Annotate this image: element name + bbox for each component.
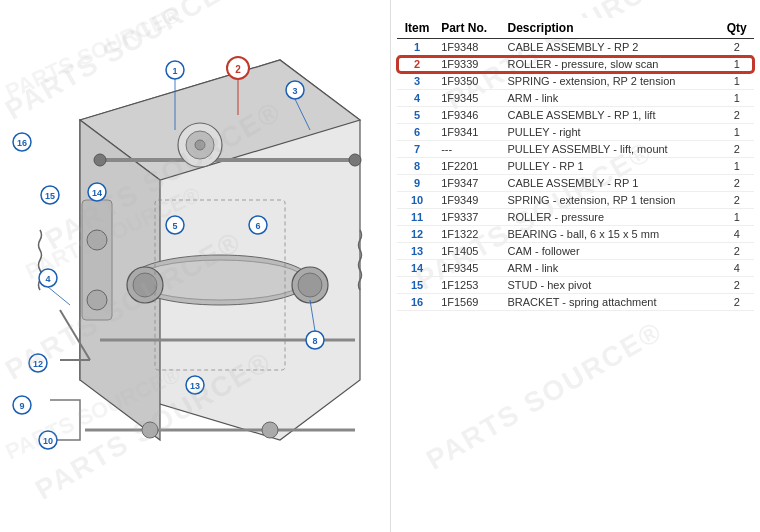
part-number: 1F9339 [437, 56, 503, 73]
main-container: PARTS SOURCE® PARTS SOURCE® PARTS SOURCE… [0, 0, 760, 532]
svg-text:5: 5 [172, 221, 177, 231]
part-qty: 2 [720, 141, 754, 158]
svg-text:14: 14 [92, 188, 102, 198]
svg-point-18 [195, 140, 205, 150]
table-row: 31F9350SPRING - extension, RP 2 tension1 [397, 73, 754, 90]
part-qty: 2 [720, 192, 754, 209]
item-number: 10 [397, 192, 437, 209]
part-description: PULLEY - RP 1 [503, 158, 719, 175]
part-qty: 2 [720, 243, 754, 260]
diagram-area: PARTS SOURCE® PARTS SOURCE® PARTS SOURCE… [0, 0, 390, 532]
part-qty: 1 [720, 124, 754, 141]
item-number: 9 [397, 175, 437, 192]
technical-diagram: 1 2 3 4 5 6 8 9 [0, 0, 390, 532]
part-description: CABLE ASSEMBLY - RP 1 [503, 175, 719, 192]
item-number: 8 [397, 158, 437, 175]
part-number: 1F9345 [437, 90, 503, 107]
item-number: 1 [397, 39, 437, 56]
svg-text:9: 9 [19, 401, 24, 411]
part-number: 1F1569 [437, 294, 503, 311]
svg-line-56 [48, 287, 70, 305]
table-row: 7---PULLEY ASSEMBLY - lift, mount2 [397, 141, 754, 158]
part-description: SPRING - extension, RP 2 tension [503, 73, 719, 90]
col-header-part: Part No. [437, 18, 503, 39]
table-row: 121F1322BEARING - ball, 6 x 15 x 5 mm4 [397, 226, 754, 243]
part-qty: 1 [720, 209, 754, 226]
table-row: 61F9341PULLEY - right1 [397, 124, 754, 141]
table-row: 131F1405CAM - follower2 [397, 243, 754, 260]
part-description: CAM - follower [503, 243, 719, 260]
part-description: SPRING - extension, RP 1 tension [503, 192, 719, 209]
part-qty: 1 [720, 90, 754, 107]
part-number: --- [437, 141, 503, 158]
item-number: 15 [397, 277, 437, 294]
svg-point-11 [349, 154, 361, 166]
part-qty: 4 [720, 260, 754, 277]
item-number: 5 [397, 107, 437, 124]
part-qty: 2 [720, 294, 754, 311]
col-header-qty: Qty [720, 18, 754, 39]
part-number: 1F9337 [437, 209, 503, 226]
part-number: 1F2201 [437, 158, 503, 175]
col-header-desc: Description [503, 18, 719, 39]
svg-text:8: 8 [312, 336, 317, 346]
item-number: 3 [397, 73, 437, 90]
item-number: 2 [397, 56, 437, 73]
part-description: ROLLER - pressure [503, 209, 719, 226]
svg-point-8 [298, 273, 322, 297]
part-description: CABLE ASSEMBLY - RP 1, lift [503, 107, 719, 124]
watermark-right-3: PARTS SOURCE® [421, 315, 668, 476]
part-number: 1F1322 [437, 226, 503, 243]
table-row: 91F9347CABLE ASSEMBLY - RP 12 [397, 175, 754, 192]
table-row: 161F1569BRACKET - spring attachment2 [397, 294, 754, 311]
svg-text:13: 13 [190, 381, 200, 391]
item-number: 4 [397, 90, 437, 107]
part-description: CABLE ASSEMBLY - RP 2 [503, 39, 719, 56]
item-number: 16 [397, 294, 437, 311]
item-number: 12 [397, 226, 437, 243]
part-description: ARM - link [503, 90, 719, 107]
svg-point-22 [142, 422, 158, 438]
svg-point-15 [87, 290, 107, 310]
item-number: 14 [397, 260, 437, 277]
svg-point-6 [133, 273, 157, 297]
item-number: 6 [397, 124, 437, 141]
part-description: PULLEY - right [503, 124, 719, 141]
part-qty: 4 [720, 226, 754, 243]
table-row: 81F2201PULLEY - RP 11 [397, 158, 754, 175]
svg-point-10 [94, 154, 106, 166]
parts-table: Item Part No. Description Qty 11F9348CAB… [397, 18, 754, 311]
part-description: ROLLER - pressure, slow scan [503, 56, 719, 73]
part-number: 1F1405 [437, 243, 503, 260]
parts-panel: PARTS SOURCE® PARTS SOURCE® PARTS SOURCE… [390, 0, 760, 532]
svg-text:1: 1 [172, 66, 177, 76]
table-header-row: Item Part No. Description Qty [397, 18, 754, 39]
part-number: 1F9350 [437, 73, 503, 90]
svg-text:2: 2 [235, 64, 241, 75]
table-row: 101F9349SPRING - extension, RP 1 tension… [397, 192, 754, 209]
table-row: 151F1253STUD - hex pivot2 [397, 277, 754, 294]
part-description: BEARING - ball, 6 x 15 x 5 mm [503, 226, 719, 243]
col-header-item: Item [397, 18, 437, 39]
table-row: 21F9339ROLLER - pressure, slow scan1 [397, 56, 754, 73]
part-qty: 2 [720, 107, 754, 124]
svg-text:3: 3 [292, 86, 297, 96]
item-number: 13 [397, 243, 437, 260]
part-number: 1F9349 [437, 192, 503, 209]
part-description: ARM - link [503, 260, 719, 277]
svg-text:16: 16 [17, 138, 27, 148]
part-description: STUD - hex pivot [503, 277, 719, 294]
svg-point-23 [262, 422, 278, 438]
part-number: 1F1253 [437, 277, 503, 294]
svg-text:6: 6 [255, 221, 260, 231]
table-row: 141F9345ARM - link4 [397, 260, 754, 277]
part-qty: 2 [720, 175, 754, 192]
item-number: 7 [397, 141, 437, 158]
svg-text:15: 15 [45, 191, 55, 201]
part-number: 1F9347 [437, 175, 503, 192]
part-description: BRACKET - spring attachment [503, 294, 719, 311]
table-row: 11F9348CABLE ASSEMBLY - RP 22 [397, 39, 754, 56]
item-number: 11 [397, 209, 437, 226]
part-number: 1F9341 [437, 124, 503, 141]
part-qty: 2 [720, 277, 754, 294]
